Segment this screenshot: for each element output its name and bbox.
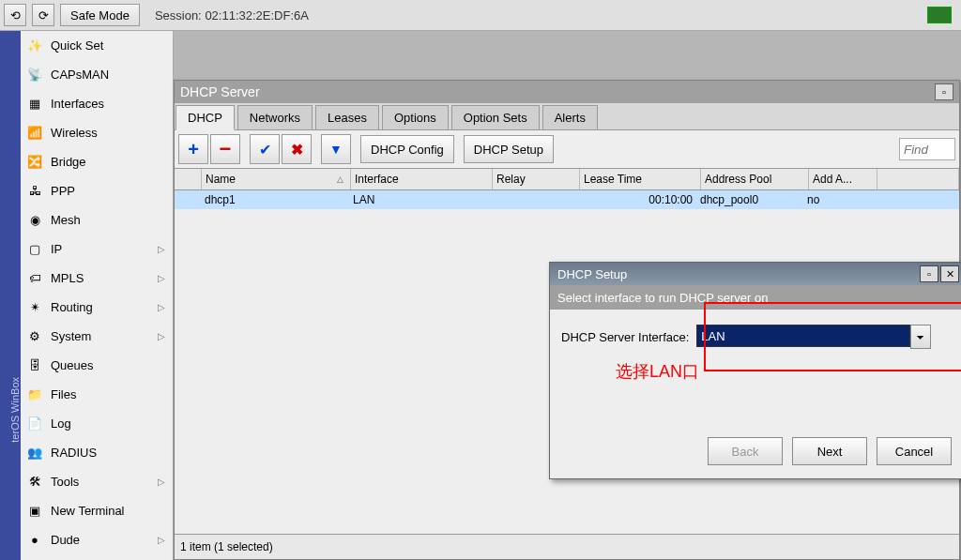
safe-mode-button[interactable]: Safe Mode (60, 4, 140, 26)
queues-icon: 🗄 (26, 356, 43, 373)
add-button[interactable]: + (178, 134, 208, 164)
sidebar-item-dude[interactable]: ●Dude▷ (21, 525, 173, 554)
col-relay[interactable]: Relay (493, 169, 580, 189)
check-icon: ✔ (259, 141, 271, 159)
col-address-pool[interactable]: Address Pool (701, 169, 809, 189)
dude-icon: ● (26, 531, 43, 548)
tab-dhcp[interactable]: DHCP (175, 105, 235, 130)
ppp-icon: 🖧 (26, 182, 43, 199)
sort-asc-icon: △ (337, 174, 343, 184)
mpls-icon: 🏷 (26, 269, 43, 286)
dialog-title: DHCP Setup (557, 267, 627, 281)
cell-adda: no (803, 190, 871, 209)
sidebar-item-ppp[interactable]: 🖧PPP (21, 176, 173, 205)
plus-icon: + (188, 139, 199, 160)
dhcp-setup-button[interactable]: DHCP Setup (464, 135, 554, 163)
cell-pool: dhcp_pool0 (696, 190, 803, 209)
tab-options[interactable]: Options (382, 105, 449, 129)
minimize-icon[interactable]: ▫ (920, 265, 938, 282)
find-input[interactable] (899, 138, 955, 160)
dropdown-button[interactable]: ⏷ (910, 325, 931, 349)
dialog-subtitle: Select interface to run DHCP server on (550, 285, 961, 310)
top-toolbar: ⟲ ⟳ Safe Mode Session: 02:11:32:2E:DF:6A (0, 0, 961, 31)
main-area: DHCP Server ▫ DHCP Networks Leases Optio… (174, 31, 961, 560)
sidebar-item-ip[interactable]: ▢IP▷ (21, 235, 173, 264)
sidebar-item-mesh[interactable]: ◉Mesh (21, 205, 173, 235)
sidebar-item-routing[interactable]: ✴Routing▷ (21, 293, 173, 322)
sidebar-item-capsman[interactable]: 📡CAPsMAN (21, 60, 173, 89)
status-indicator-icon (927, 7, 952, 23)
routing-icon: ✴ (26, 298, 43, 315)
body: terOS WinBox ✨Quick Set 📡CAPsMAN ▦Interf… (0, 31, 961, 560)
tab-leases[interactable]: Leases (315, 105, 379, 129)
tab-alerts[interactable]: Alerts (542, 105, 598, 129)
window-title: DHCP Server (180, 84, 260, 99)
wand-icon: ✨ (26, 37, 43, 53)
submenu-arrow-icon: ▷ (158, 273, 165, 283)
status-bar: 1 item (1 selected) (175, 534, 959, 559)
tools-icon: 🛠 (26, 473, 43, 490)
table-row[interactable]: dhcp1 LAN 00:10:00 dhcp_pool0 no (175, 190, 959, 209)
tab-option-sets[interactable]: Option Sets (451, 105, 540, 129)
sidebar-item-quick-set[interactable]: ✨Quick Set (21, 31, 173, 60)
sidebar-item-files[interactable]: 📁Files (21, 380, 173, 409)
x-icon: ✖ (291, 141, 303, 159)
app-title-bar: terOS WinBox (0, 31, 21, 560)
col-interface[interactable]: Interface (351, 169, 493, 189)
grid-toolbar: + − ✔ ✖ ▼ DHCP Config DHCP Setup (175, 130, 959, 168)
disable-button[interactable]: ✖ (282, 134, 312, 164)
submenu-arrow-icon: ▷ (158, 477, 165, 487)
funnel-icon: ▼ (329, 142, 343, 157)
col-spacer (877, 169, 959, 189)
sidebar-item-radius[interactable]: 👥RADIUS (21, 438, 173, 467)
cancel-button[interactable]: Cancel (877, 437, 952, 465)
submenu-arrow-icon: ▷ (158, 331, 165, 341)
cell-relay (490, 190, 576, 209)
close-icon[interactable]: ✕ (940, 265, 959, 282)
mesh-icon: ◉ (26, 211, 43, 228)
sidebar-item-bridge[interactable]: 🔀Bridge (21, 147, 173, 176)
next-button[interactable]: Next (792, 437, 867, 465)
sidebar-item-mpls[interactable]: 🏷MPLS▷ (21, 264, 173, 293)
submenu-arrow-icon: ▷ (158, 244, 165, 254)
dhcp-config-button[interactable]: DHCP Config (360, 135, 454, 163)
filter-button[interactable]: ▼ (321, 134, 351, 164)
interface-select[interactable]: LAN (696, 325, 910, 347)
tab-bar: DHCP Networks Leases Options Option Sets… (175, 103, 959, 130)
radius-icon: 👥 (26, 444, 43, 461)
dialog-titlebar[interactable]: DHCP Setup ▫ ✕ (550, 263, 961, 285)
interface-field-row: DHCP Server Interface: LAN ⏷ (561, 325, 955, 349)
sidebar-item-tools[interactable]: 🛠Tools▷ (21, 467, 173, 496)
gear-icon: ⚙ (26, 327, 43, 344)
session-label: Session: 02:11:32:2E:DF:6A (155, 8, 309, 23)
session-id: 02:11:32:2E:DF:6A (205, 8, 309, 23)
grid-header: Name△ Interface Relay Lease Time Address… (175, 168, 959, 190)
sidebar-item-system[interactable]: ⚙System▷ (21, 322, 173, 351)
dhcp-setup-dialog: DHCP Setup ▫ ✕ Select interface to run D… (549, 262, 961, 479)
forward-icon[interactable]: ⟳ (32, 4, 54, 26)
col-add-arp[interactable]: Add A... (809, 169, 877, 189)
col-flag[interactable] (175, 169, 202, 189)
tab-networks[interactable]: Networks (237, 105, 313, 129)
minimize-icon[interactable]: ▫ (935, 83, 953, 100)
enable-button[interactable]: ✔ (250, 134, 280, 164)
window-titlebar[interactable]: DHCP Server ▫ (175, 81, 959, 103)
annotation-text: 选择LAN口 (616, 360, 955, 383)
sidebar-item-queues[interactable]: 🗄Queues (21, 351, 173, 380)
sidebar-item-interfaces[interactable]: ▦Interfaces (21, 89, 173, 118)
submenu-arrow-icon: ▷ (158, 302, 165, 312)
sidebar-item-new-terminal[interactable]: ▣New Terminal (21, 496, 173, 525)
back-icon[interactable]: ⟲ (4, 4, 26, 26)
interfaces-icon: ▦ (26, 95, 43, 112)
col-lease-time[interactable]: Lease Time (580, 169, 701, 189)
remove-button[interactable]: − (210, 134, 240, 164)
field-label: DHCP Server Interface: (561, 330, 689, 344)
ip-icon: ▢ (26, 240, 43, 257)
sidebar-item-log[interactable]: 📄Log (21, 409, 173, 438)
dialog-body: DHCP Server Interface: LAN ⏷ 选择LAN口 (550, 310, 961, 398)
sidebar-item-wireless[interactable]: 📶Wireless (21, 118, 173, 147)
antenna-icon: 📡 (26, 66, 43, 83)
col-name[interactable]: Name△ (202, 169, 351, 189)
terminal-icon: ▣ (26, 502, 43, 519)
wifi-icon: 📶 (26, 124, 43, 141)
